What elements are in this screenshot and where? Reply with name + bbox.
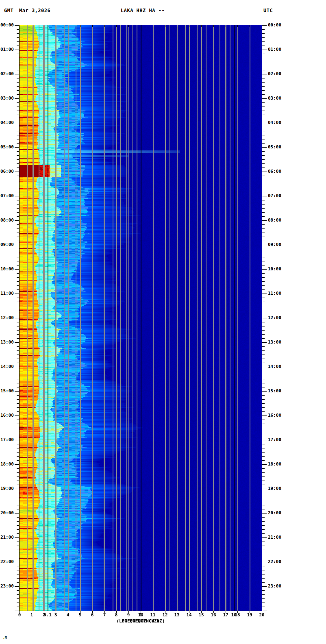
y-tick-left — [17, 501, 19, 501]
y-tick-right — [262, 448, 265, 448]
y-tick-left — [17, 131, 19, 131]
y-tick-right — [262, 212, 265, 213]
y-tick-right — [262, 151, 265, 152]
y-tick-right — [262, 192, 265, 192]
y-tick-right — [262, 525, 265, 526]
y-tick-right — [262, 505, 265, 505]
y-tick-right — [262, 517, 265, 518]
y-tick-right — [262, 37, 265, 38]
y-tick-left — [17, 184, 19, 184]
y-tick-left — [15, 269, 19, 270]
freq-label-linear: 8 — [110, 612, 122, 618]
y-tick-right — [262, 460, 265, 461]
y-tick-left — [15, 294, 19, 294]
y-tick-left — [17, 289, 19, 290]
y-tick-right — [262, 54, 265, 54]
y-tick-right — [262, 497, 265, 497]
y-tick-right — [262, 200, 265, 200]
hour-label-left: 07:00 — [0, 193, 14, 199]
y-tick-right — [262, 62, 265, 62]
y-tick-left — [17, 310, 19, 310]
y-tick-left — [17, 338, 19, 339]
y-tick-left — [17, 387, 19, 387]
y-tick-right — [262, 306, 265, 306]
hour-label-left: 19:00 — [0, 486, 14, 492]
y-tick-right — [262, 228, 265, 229]
y-tick-right — [262, 391, 267, 392]
hour-label-left: 04:00 — [0, 120, 14, 126]
y-tick-right — [262, 598, 265, 599]
y-tick-right — [262, 102, 265, 103]
y-tick-right — [262, 163, 265, 164]
y-tick-right — [262, 241, 265, 241]
y-tick-left — [17, 285, 19, 286]
y-tick-right — [262, 428, 265, 428]
y-tick-left — [17, 558, 19, 558]
hour-label-left: 16:00 — [0, 413, 14, 418]
y-tick-right — [262, 216, 265, 217]
freq-label-log: 10 — [227, 612, 241, 618]
y-tick-right — [262, 338, 265, 339]
y-tick-right — [262, 464, 267, 465]
freq-label-linear: 0 — [13, 612, 26, 618]
y-tick-right — [262, 257, 265, 257]
y-tick-left — [17, 281, 19, 282]
y-tick-left — [15, 50, 19, 50]
hour-label-right: 05:00 — [268, 144, 281, 150]
y-tick-left — [17, 452, 19, 453]
y-tick-left — [17, 582, 19, 583]
y-tick-left — [15, 562, 19, 562]
y-tick-left — [17, 371, 19, 371]
y-tick-left — [17, 212, 19, 213]
y-tick-left — [17, 188, 19, 188]
y-tick-right — [262, 611, 267, 611]
y-tick-right — [262, 74, 267, 74]
y-tick-right — [262, 444, 265, 444]
y-tick-left — [15, 98, 19, 99]
hour-label-left: 00:00 — [0, 22, 14, 28]
y-tick-left — [17, 62, 19, 62]
y-tick-right — [262, 607, 265, 607]
y-tick-left — [17, 86, 19, 87]
y-tick-left — [17, 432, 19, 432]
y-tick-left — [17, 302, 19, 302]
y-tick-left — [17, 411, 19, 412]
y-tick-left — [17, 460, 19, 461]
y-tick-left — [17, 574, 19, 574]
y-tick-left — [17, 237, 19, 237]
y-tick-left — [15, 440, 19, 440]
y-tick-right — [262, 245, 267, 245]
y-tick-left — [17, 578, 19, 579]
y-tick-left — [17, 481, 19, 481]
y-tick-left — [17, 546, 19, 546]
hour-label-right: 10:00 — [268, 266, 281, 272]
y-tick-right — [262, 558, 265, 558]
hour-label-right: 23:00 — [268, 583, 281, 589]
y-tick-left — [17, 306, 19, 306]
y-tick-left — [15, 123, 19, 123]
y-tick-left — [17, 485, 19, 485]
hour-label-right: 11:00 — [268, 291, 281, 296]
y-tick-right — [262, 220, 267, 221]
y-tick-left — [17, 204, 19, 205]
y-tick-right — [262, 562, 267, 562]
y-tick-left — [17, 448, 19, 448]
y-tick-left — [17, 159, 19, 160]
y-tick-right — [262, 452, 265, 453]
y-tick-left — [17, 151, 19, 152]
date-label: Mar 3,2026 — [19, 8, 50, 13]
y-tick-right — [262, 139, 265, 139]
y-tick-right — [262, 277, 265, 278]
y-tick-right — [262, 180, 265, 180]
y-tick-left — [17, 228, 19, 229]
y-tick-left — [17, 472, 19, 473]
y-tick-left — [17, 249, 19, 249]
y-tick-right — [262, 50, 267, 50]
y-tick-right — [262, 143, 265, 144]
y-tick-right — [262, 98, 267, 99]
hour-label-right: 15:00 — [268, 388, 281, 394]
y-tick-left — [17, 261, 19, 261]
y-tick-left — [17, 533, 19, 534]
y-tick-left — [17, 298, 19, 298]
y-tick-right — [262, 86, 265, 87]
